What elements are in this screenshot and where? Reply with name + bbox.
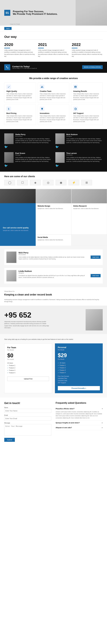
service-card-1: Creative Team Vitae volutpat tellus maur… (38, 82, 69, 103)
testimonial-role-0: Accountant (15, 136, 52, 137)
service-icon-2 (73, 84, 78, 89)
pricing-features-free: 15 Users ✓Feature 1 ✓Feature 2 ✓Feature … (7, 362, 49, 374)
pricing-card-personal-period: Per Month (58, 358, 100, 360)
service-card-research-img (71, 189, 107, 203)
service-icon-3 (7, 107, 11, 111)
year-2021-bar (38, 48, 44, 48)
faq-item-1[interactable]: Quisque fringilla sit amet dolor? ▸ (56, 420, 103, 425)
year-2021-text: Unlike standard change management trade … (38, 49, 69, 58)
hero-section: 01 Preparing For Your Success, We Provid… (0, 0, 107, 26)
contact-form-area: Get in touch! Name Email Message Submit (4, 402, 51, 442)
service-icon-5 (73, 107, 78, 111)
service-card-row2-empty (0, 234, 36, 246)
pricing-feat-free-3: ✓Feature 3 (7, 369, 49, 372)
testimonial-text-3: Artuis sodales at nisl adipia dignissim … (66, 157, 103, 162)
service-desc-1: Vitae volutpat tellus mauris a diam maec… (40, 93, 67, 101)
pricing-extra-1: Unlimited Files (58, 378, 100, 380)
pricing-features-personal: ✓15 Users ✓Feature 1 ✓Feature 2 ✓Feature… (58, 362, 100, 374)
pricing-feat-personal-4: ✓Feature 4 (58, 372, 100, 374)
team-name-0: Nick Perry (19, 252, 88, 254)
service-call-img-bg (0, 189, 36, 203)
pricing-feat-personal-3: ✓Feature 3 (58, 369, 100, 372)
year-2022-label: 2022 (72, 42, 103, 47)
team-card-0: Nick Perry Accountant Artuis sodales at … (4, 250, 103, 265)
pricing-feat-free-1: ✓Feature 1 (7, 364, 49, 367)
service-desc-3: Vitae volutpat tellus mauris a diam maec… (7, 115, 34, 123)
team-readmore-0[interactable]: read more (91, 256, 100, 259)
pricing-intro: Start using static.app as a hosting for … (4, 338, 103, 340)
faq-item-2[interactable]: Aliquam et sem odio? ▸ (56, 425, 103, 430)
pricing-feat-free-4: ✓Feature 4 (7, 372, 49, 374)
pricing-card-free-price: $0 (7, 352, 49, 358)
virtual-section: Virtual About Us Keeping a clean and ord… (0, 287, 107, 303)
name-input[interactable] (4, 409, 51, 413)
pricing-feat-free-2: ✓Feature 2 (7, 367, 49, 369)
pricing-btn-personal[interactable]: Proceed Annually + (58, 386, 100, 390)
testimonial-1: Nick Hudson Designer Artuis sodales at n… (55, 134, 103, 148)
service-card-social: Social Media Sample text. Click to selec… (36, 234, 71, 246)
services-section: We provide a wide range of creative serv… (0, 73, 107, 129)
virtual-stat-section: +95 652 Objectively innovate empowered m… (0, 306, 107, 334)
back-button[interactable]: back (4, 27, 12, 30)
faq-item-0[interactable]: Phasellus efficitur dolor? ▾ Aenean Lore… (56, 406, 103, 420)
virtual-label: Virtual About Us (4, 291, 103, 292)
client-logo-2: ◈ (30, 180, 41, 185)
testimonial-name-3: Tina Larson (66, 152, 103, 154)
message-input[interactable] (4, 424, 51, 436)
pricing-card-personal-title: Personal (58, 346, 100, 348)
service-card-website-img (36, 189, 71, 203)
service-card-3: Best Pricing Vitae volutpat tellus mauri… (4, 104, 36, 125)
year-2022-bar (72, 48, 77, 48)
testimonial-3: Tina Larson Developer Artuis sodales at … (55, 152, 103, 167)
contact-bar-button[interactable]: BOOK A CONSULTATION (82, 65, 103, 69)
contact-form-title: Get in touch! (4, 402, 51, 405)
virtual-title: Keeping a clean and order record book (4, 293, 103, 296)
clients-title: Here are some of our clients (4, 175, 103, 178)
big-stat: +95 652 (4, 311, 86, 319)
client-logo-4: ◉ (56, 180, 66, 185)
service-card-5: 24/7 Support Vitae volutpat tellus mauri… (71, 104, 103, 125)
testimonial-body-2: Paul Scavo Manager Artuis sodales at nis… (15, 152, 52, 162)
contact-bar-text: Contact Us Today! Call us today +1 777 0… (12, 66, 37, 69)
service-icon-0 (7, 84, 11, 89)
twitter-icon-0: 🐦 (4, 145, 52, 148)
hero-title: Preparing For Your Success, (13, 10, 58, 13)
testimonial-body-0: Stella Perry Accountant Artuis sodales a… (15, 134, 52, 144)
submit-button[interactable]: Submit (4, 438, 15, 442)
testimonial-body-3: Tina Larson Developer Artuis sodales at … (66, 152, 103, 162)
team-name-1: Linda Hudson (19, 270, 88, 272)
service-icon-4 (40, 107, 44, 111)
name-label: Name (4, 407, 51, 408)
service-desc-2: Vitae volutpat tellus mauris a diam maec… (73, 93, 100, 101)
pricing-section: Start using static.app as a hosting for … (0, 334, 107, 398)
pricing-card-free-per: Per Month (7, 349, 49, 351)
year-2020-bar (4, 48, 10, 48)
name-field: Name (4, 407, 51, 413)
services-title: We provide a wide range of creative serv… (4, 77, 103, 80)
faq-question-0[interactable]: Phasellus efficitur dolor? ▾ (56, 408, 103, 410)
back-nav[interactable]: back (0, 26, 107, 32)
service-card-4: Innovations Vitae volutpat tellus mauris… (38, 104, 69, 125)
pricing-btn-free[interactable]: Upload Free (7, 376, 49, 381)
testimonial-avatar-1 (55, 134, 65, 144)
email-input[interactable] (4, 416, 51, 420)
virtual-body: Participsating servicem change managemen… (4, 298, 103, 303)
faq-area: Frequently asked Questions Phasellus eff… (56, 402, 103, 442)
contact-bar: Contact Us Today! Call us today +1 777 0… (0, 62, 107, 73)
service-card-research-desc: Sample text. Click to select the Text El… (73, 208, 105, 210)
service-desc-5: Vitae volutpat tellus mauris a diam maec… (73, 115, 100, 123)
contact-bar-left: Contact Us Today! Call us today +1 777 0… (4, 64, 37, 70)
faq-question-1[interactable]: Quisque fringilla sit amet dolor? ▸ (56, 422, 103, 424)
services-grid: Hight Quality Vitae volutpat tellus maur… (4, 82, 103, 125)
team-avatar-0 (7, 252, 16, 263)
faq-chevron-0: ▾ (102, 408, 103, 410)
phone-icon (6, 66, 9, 69)
team-readmore-1[interactable]: read more (91, 274, 100, 277)
contact-icon-box (4, 64, 10, 70)
testimonial-role-3: Developer (66, 154, 103, 156)
years-row: 2020 Unlike standard change management t… (4, 42, 103, 58)
testimonial-0: Stella Perry Accountant Artuis sodales a… (4, 134, 52, 148)
faq-question-2[interactable]: Aliquam et sem odio? ▸ (56, 427, 103, 428)
service-card-social-desc: Sample text. Click to select the Text El… (38, 239, 69, 241)
testimonial-avatar-3 (55, 152, 65, 163)
